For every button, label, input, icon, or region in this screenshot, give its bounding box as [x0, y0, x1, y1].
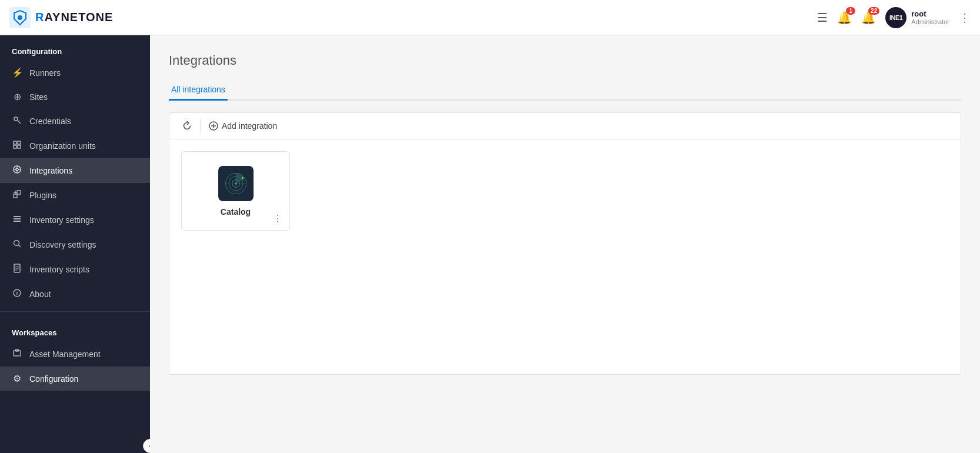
sidebar-divider	[0, 311, 150, 312]
svg-line-4	[19, 121, 20, 122]
svg-rect-6	[18, 141, 21, 144]
main-layout: Configuration ⚡ Runners ⊕ Sites Credenti…	[0, 35, 980, 453]
svg-point-10	[16, 168, 18, 171]
runners-icon: ⚡	[12, 67, 22, 78]
sidebar-item-label-inventory-scripts: Inventory scripts	[29, 265, 89, 274]
plugins-icon	[12, 189, 22, 201]
svg-rect-7	[14, 145, 16, 148]
configuration-icon: ⚙	[12, 373, 22, 384]
notification-bell-btn[interactable]: 🔔 1	[837, 11, 852, 25]
sidebar-item-asset-management[interactable]: Asset Management	[0, 342, 150, 367]
sidebar-item-credentials[interactable]: Credentials	[0, 109, 150, 134]
refresh-icon	[182, 121, 192, 131]
org-units-icon	[12, 140, 22, 152]
sidebar-item-sites[interactable]: ⊕ Sites	[0, 85, 150, 109]
svg-point-42	[241, 176, 243, 178]
svg-rect-16	[17, 191, 21, 194]
sidebar-item-label-org-units: Organization units	[29, 141, 96, 151]
cards-area: Catalog ⋮	[169, 139, 961, 375]
catalog-card-label: Catalog	[221, 207, 251, 216]
about-icon: i	[12, 288, 22, 300]
sidebar-item-label-inventory-settings: Inventory settings	[29, 215, 94, 225]
alerts-btn[interactable]: 🔔 22	[861, 11, 876, 25]
refresh-button[interactable]	[176, 118, 198, 134]
user-role: Administrator	[911, 18, 949, 25]
inventory-settings-icon	[12, 214, 22, 226]
sidebar-item-plugins[interactable]: Plugins	[0, 183, 150, 208]
sidebar-item-label-runners: Runners	[29, 68, 61, 78]
sidebar-item-label-discovery-settings: Discovery settings	[29, 240, 96, 249]
sidebar-item-organization-units[interactable]: Organization units	[0, 134, 150, 158]
svg-point-2	[14, 117, 18, 121]
alerts-badge: 22	[868, 7, 879, 15]
workspaces-section-label: Workspaces	[0, 317, 150, 342]
sidebar: Configuration ⚡ Runners ⊕ Sites Credenti…	[0, 35, 150, 453]
svg-rect-15	[14, 194, 17, 198]
page-title: Integrations	[169, 53, 961, 68]
toolbar: Add integration	[169, 112, 961, 139]
config-section-label: Configuration	[0, 35, 150, 61]
topbar: RAYNETONE ☰ 🔔 1 🔔 22 INE1 root Administr…	[0, 0, 980, 35]
svg-text:i: i	[16, 290, 18, 297]
svg-point-22	[14, 241, 19, 246]
notification-badge: 1	[846, 7, 855, 15]
sidebar-collapse-btn[interactable]: ‹	[143, 439, 150, 453]
sidebar-item-runners[interactable]: ⚡ Runners	[0, 61, 150, 85]
sidebar-item-configuration[interactable]: ⚙ Configuration	[0, 367, 150, 391]
svg-line-23	[19, 245, 21, 248]
sidebar-item-label-credentials: Credentials	[29, 116, 71, 126]
more-options-icon[interactable]: ⋮	[959, 11, 971, 25]
sidebar-item-inventory-scripts[interactable]: Inventory scripts	[0, 257, 150, 282]
integration-card-catalog[interactable]: Catalog ⋮	[181, 151, 290, 231]
tab-all-integrations[interactable]: All integrations	[169, 80, 228, 101]
sidebar-item-discovery-settings[interactable]: Discovery settings	[0, 232, 150, 257]
logo: RAYNETONE	[9, 7, 113, 28]
svg-rect-8	[18, 145, 21, 148]
sidebar-item-inventory-settings[interactable]: Inventory settings	[0, 208, 150, 232]
svg-rect-20	[14, 218, 21, 219]
sites-icon: ⊕	[12, 91, 22, 102]
inventory-scripts-icon	[12, 264, 22, 275]
sidebar-item-label-configuration: Configuration	[29, 374, 78, 384]
integrations-icon	[12, 165, 22, 176]
svg-rect-19	[14, 216, 21, 217]
svg-rect-5	[14, 141, 16, 144]
catalog-card-icon	[218, 166, 254, 201]
logo-text: RAYNETONE	[35, 11, 113, 24]
user-area[interactable]: INE1 root Administrator	[885, 7, 949, 28]
avatar: INE1	[885, 7, 906, 28]
menu-icon-btn[interactable]: ☰	[817, 11, 828, 25]
sidebar-item-label-asset-management: Asset Management	[29, 349, 101, 359]
user-name: root	[911, 9, 949, 18]
sidebar-item-label-plugins: Plugins	[29, 191, 56, 200]
svg-point-1	[18, 15, 22, 20]
asset-management-icon	[12, 348, 22, 360]
content-area: Integrations All integrations Add integr…	[150, 35, 980, 453]
add-integration-button[interactable]: Add integration	[203, 118, 283, 134]
topbar-right: ☰ 🔔 1 🔔 22 INE1 root Administrator ⋮	[817, 7, 971, 28]
catalog-card-menu-btn[interactable]: ⋮	[271, 212, 285, 225]
sidebar-item-about[interactable]: i About	[0, 282, 150, 307]
add-integration-icon	[209, 121, 218, 131]
add-integration-label: Add integration	[222, 121, 277, 131]
sidebar-item-integrations[interactable]: Integrations	[0, 158, 150, 183]
sidebar-item-label-sites: Sites	[29, 92, 48, 102]
sidebar-item-label-integrations: Integrations	[29, 166, 72, 175]
credentials-icon	[12, 115, 22, 127]
logo-icon	[9, 7, 31, 28]
user-info: root Administrator	[911, 9, 949, 25]
radar-svg	[222, 169, 250, 198]
tabs: All integrations	[169, 80, 961, 101]
svg-rect-21	[14, 221, 21, 222]
discovery-settings-icon	[12, 239, 22, 251]
toolbar-divider	[200, 119, 201, 133]
sidebar-item-label-about: About	[29, 289, 51, 299]
